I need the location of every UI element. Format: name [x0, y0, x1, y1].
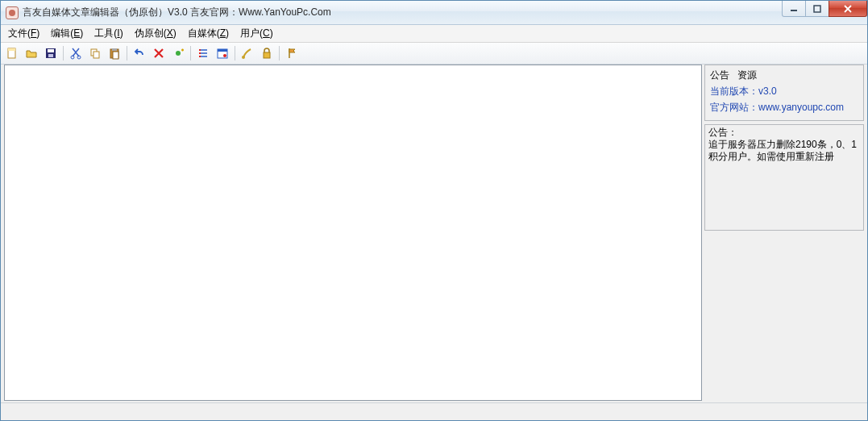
new-button[interactable] — [3, 44, 21, 62]
paste-button[interactable] — [106, 44, 123, 62]
editor-container — [4, 65, 702, 401]
toolbar — [1, 43, 867, 65]
site-label: 官方网站： — [710, 102, 758, 113]
svg-rect-12 — [113, 52, 118, 59]
maximize-icon — [813, 5, 821, 13]
menu-edit[interactable]: 编辑(E) — [45, 25, 89, 42]
minimize-icon — [790, 5, 798, 13]
svg-rect-5 — [48, 49, 54, 52]
svg-point-14 — [176, 51, 181, 56]
undo-icon — [133, 47, 146, 60]
lock-button[interactable] — [258, 44, 276, 62]
status-bar — [1, 402, 867, 420]
minimize-button[interactable] — [782, 1, 806, 17]
save-icon — [44, 47, 57, 60]
menu-pseudo[interactable]: 伪原创(X) — [129, 25, 182, 42]
tab-resource[interactable]: 资源 — [737, 69, 757, 82]
svg-rect-13 — [112, 48, 117, 51]
titlebar: 言友自媒体文章编辑器（伪原创）V3.0 言友官网：Www.YanYouPc.Co… — [1, 1, 867, 25]
list-button[interactable] — [194, 44, 212, 62]
notice-title: 公告： — [708, 127, 860, 139]
delete-icon — [152, 47, 165, 60]
add-icon — [172, 47, 185, 60]
paste-icon — [108, 47, 121, 60]
add-button[interactable] — [169, 44, 187, 62]
menu-file[interactable]: 文件(F) — [2, 25, 45, 42]
toolbar-separator — [127, 46, 127, 60]
toolbar-separator — [63, 46, 64, 60]
side-panel: 公告 资源 当前版本：v3.0 官方网站：www.yanyoupc.com 公告… — [704, 65, 864, 401]
tab-notice[interactable]: 公告 — [710, 69, 729, 82]
brush-button[interactable] — [239, 44, 256, 62]
svg-rect-3 — [8, 48, 15, 51]
calendar-button[interactable] — [214, 44, 231, 62]
new-icon — [6, 47, 19, 60]
copy-icon — [89, 47, 102, 60]
client-area: 公告 资源 当前版本：v3.0 官方网站：www.yanyoupc.com 公告… — [1, 65, 867, 402]
delete-button[interactable] — [150, 44, 168, 62]
site-link[interactable]: www.yanyoupc.com — [758, 102, 844, 113]
copy-button[interactable] — [86, 44, 104, 62]
close-button[interactable] — [829, 1, 867, 17]
svg-rect-1 — [814, 6, 820, 12]
notice-box: 公告： 追于服务器压力删除2190条，0、1积分用户。如需使用重新注册 — [704, 124, 864, 231]
open-icon — [25, 47, 38, 60]
menu-user[interactable]: 用户(C) — [235, 25, 279, 42]
save-button[interactable] — [42, 44, 60, 62]
toolbar-separator — [279, 46, 280, 60]
flag-button[interactable] — [283, 44, 301, 62]
flag-icon — [285, 47, 298, 60]
lock-icon — [260, 47, 273, 60]
svg-rect-10 — [93, 52, 99, 58]
version-value: v3.0 — [758, 85, 777, 97]
svg-rect-19 — [264, 52, 270, 58]
menu-tools[interactable]: 工具(I) — [89, 25, 128, 42]
notice-body: 追于服务器压力删除2190条，0、1积分用户。如需使用重新注册 — [708, 139, 860, 163]
close-icon — [843, 5, 853, 13]
app-window: 言友自媒体文章编辑器（伪原创）V3.0 言友官网：Www.YanYouPc.Co… — [0, 0, 868, 421]
svg-rect-0 — [791, 10, 797, 11]
brush-icon — [241, 47, 254, 60]
menubar: 文件(F) 编辑(E) 工具(I) 伪原创(X) 自媒体(Z) 用户(C) — [1, 25, 867, 43]
svg-point-17 — [223, 54, 226, 57]
main-editor[interactable] — [4, 65, 702, 401]
app-icon — [6, 6, 19, 19]
svg-point-18 — [242, 56, 245, 59]
toolbar-separator — [190, 46, 191, 60]
window-title: 言友自媒体文章编辑器（伪原创）V3.0 言友官网：Www.YanYouPc.Co… — [23, 6, 864, 19]
menu-media[interactable]: 自媒体(Z) — [182, 25, 235, 42]
version-label: 当前版本： — [710, 85, 758, 97]
svg-rect-16 — [218, 49, 227, 52]
undo-button[interactable] — [131, 44, 148, 62]
cut-icon — [69, 47, 82, 60]
open-button[interactable] — [23, 44, 40, 62]
svg-rect-6 — [48, 54, 53, 57]
list-icon — [197, 47, 210, 60]
cut-button[interactable] — [67, 44, 85, 62]
calendar-icon — [216, 47, 229, 60]
maximize-button[interactable] — [805, 1, 829, 17]
info-panel: 公告 资源 当前版本：v3.0 官方网站：www.yanyoupc.com — [704, 65, 864, 121]
toolbar-separator — [235, 46, 235, 60]
window-controls — [783, 1, 867, 17]
